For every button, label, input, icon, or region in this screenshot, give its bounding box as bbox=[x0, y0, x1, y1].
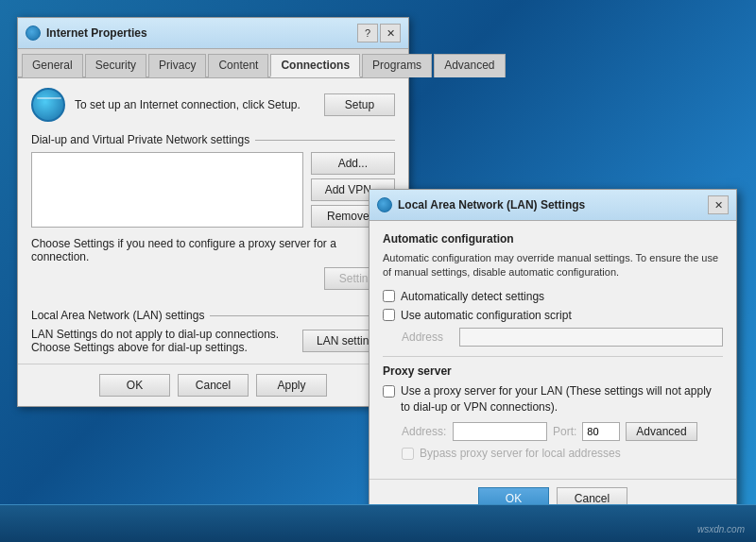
tab-privacy[interactable]: Privacy bbox=[148, 54, 206, 77]
tab-connections[interactable]: Connections bbox=[270, 54, 360, 77]
auto-address-input[interactable] bbox=[459, 328, 723, 347]
cancel-button[interactable]: Cancel bbox=[178, 374, 249, 397]
choose-text: Choose Settings if you need to configure… bbox=[31, 237, 395, 290]
globe-icon bbox=[31, 88, 65, 122]
dialup-list[interactable] bbox=[31, 152, 303, 228]
lan-row: LAN Settings do not apply to dial-up con… bbox=[31, 328, 395, 354]
auto-config-description: Automatic configuration may override man… bbox=[383, 251, 723, 280]
auto-detect-checkbox[interactable] bbox=[383, 290, 395, 302]
setup-row: To set up an Internet connection, click … bbox=[31, 88, 395, 122]
auto-config-title: Automatic configuration bbox=[383, 232, 723, 246]
proxy-checkbox-row: Use a proxy server for your LAN (These s… bbox=[383, 383, 723, 415]
ie-icon bbox=[26, 25, 41, 41]
bypass-label: Bypass proxy server for local addresses bbox=[420, 447, 621, 460]
port-label: Port: bbox=[553, 425, 576, 438]
proxy-checkbox[interactable] bbox=[383, 385, 395, 398]
auto-detect-label: Automatically detect settings bbox=[401, 290, 544, 303]
proxy-section-title: Proxy server bbox=[383, 364, 723, 378]
lan-dialog-title: Local Area Network (LAN) Settings bbox=[398, 198, 585, 212]
auto-detect-row: Automatically detect settings bbox=[383, 290, 723, 303]
dialup-section-label: Dial-up and Virtual Private Network sett… bbox=[31, 133, 395, 146]
tab-general[interactable]: General bbox=[22, 54, 83, 77]
auto-script-row: Use automatic configuration script bbox=[383, 309, 723, 322]
taskbar-watermark: wsxdn.com bbox=[697, 524, 745, 534]
apply-button[interactable]: Apply bbox=[256, 374, 327, 397]
lan-description: LAN Settings do not apply to dial-up con… bbox=[31, 328, 295, 354]
tab-programs[interactable]: Programs bbox=[362, 54, 432, 77]
internet-properties-footer: OK Cancel Apply bbox=[18, 364, 408, 406]
tab-content[interactable]: Content bbox=[208, 54, 268, 77]
lan-dialog-body: Automatic configuration Automatic config… bbox=[369, 221, 736, 479]
internet-properties-body: To set up an Internet connection, click … bbox=[18, 78, 408, 364]
tab-security[interactable]: Security bbox=[85, 54, 146, 77]
lan-titlebar-buttons: ✕ bbox=[708, 195, 729, 214]
section-divider bbox=[383, 356, 723, 357]
lan-icon bbox=[377, 197, 392, 212]
lan-section: Local Area Network (LAN) settings LAN Se… bbox=[31, 309, 395, 354]
advanced-button[interactable]: Advanced bbox=[626, 422, 696, 441]
titlebar-left: Internet Properties bbox=[26, 25, 147, 41]
help-button[interactable]: ? bbox=[357, 24, 378, 42]
bypass-row: Bypass proxy server for local addresses bbox=[402, 447, 723, 460]
internet-properties-title: Internet Properties bbox=[46, 26, 147, 40]
internet-properties-dialog: Internet Properties ? ✕ General Security… bbox=[17, 17, 409, 407]
proxy-fields-row: Address: Port: Advanced bbox=[402, 422, 723, 441]
lan-settings-dialog: Local Area Network (LAN) Settings ✕ Auto… bbox=[369, 189, 737, 518]
add-button[interactable]: Add... bbox=[311, 152, 395, 175]
tab-advanced[interactable]: Advanced bbox=[434, 54, 505, 77]
taskbar: wsxdn.com bbox=[0, 504, 756, 542]
setup-button[interactable]: Setup bbox=[324, 93, 395, 116]
proxy-address-input[interactable] bbox=[453, 422, 547, 441]
proxy-checkbox-label: Use a proxy server for your LAN (These s… bbox=[401, 383, 723, 415]
lan-section-label: Local Area Network (LAN) settings bbox=[31, 309, 395, 322]
proxy-address-label: Address: bbox=[402, 425, 447, 438]
dialup-box: Add... Add VPN... Remove... bbox=[31, 152, 395, 228]
tab-bar: General Security Privacy Content Connect… bbox=[18, 49, 408, 78]
auto-script-checkbox[interactable] bbox=[383, 309, 395, 321]
auto-script-label: Use automatic configuration script bbox=[401, 309, 572, 322]
internet-properties-titlebar: Internet Properties ? ✕ bbox=[18, 18, 408, 49]
titlebar-buttons: ? ✕ bbox=[357, 24, 401, 42]
port-input[interactable] bbox=[582, 422, 620, 441]
setup-text: To set up an Internet connection, click … bbox=[75, 98, 315, 111]
lan-titlebar-left: Local Area Network (LAN) Settings bbox=[377, 197, 585, 212]
auto-address-row: Address bbox=[402, 328, 723, 347]
bypass-checkbox[interactable] bbox=[402, 448, 414, 460]
lan-close-button[interactable]: ✕ bbox=[708, 195, 729, 214]
close-button[interactable]: ✕ bbox=[380, 24, 401, 42]
lan-titlebar: Local Area Network (LAN) Settings ✕ bbox=[369, 190, 736, 221]
address-label: Address bbox=[402, 330, 454, 344]
ok-button[interactable]: OK bbox=[99, 374, 170, 397]
